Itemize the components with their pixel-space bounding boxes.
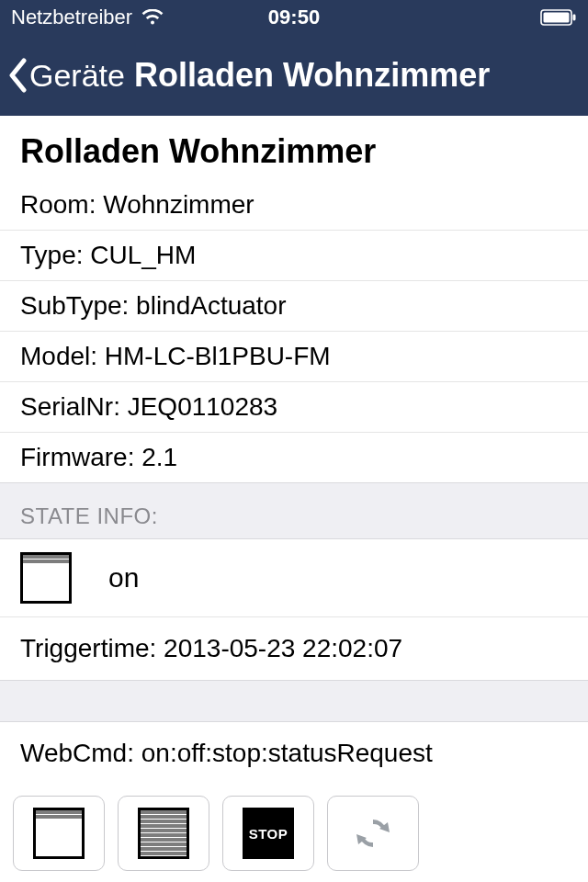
state-value: on [108,562,139,594]
refresh-icon [347,808,399,859]
shutter-open-icon [20,552,72,604]
cmd-stop-button[interactable]: STOP [222,796,314,871]
status-bar: Netzbetreiber 09:50 [0,0,588,35]
battery-icon [540,9,577,26]
content-area: Rolladen Wohnzimmer Room: Wohnzimmer Typ… [0,116,588,871]
state-row: on [0,539,588,617]
attr-firmware: Firmware: 2.1 [0,433,588,482]
back-label: Geräte [29,58,125,94]
attr-type: Type: CUL_HM [0,231,588,281]
attr-serial: SerialNr: JEQ0110283 [0,382,588,433]
shutter-open-icon [33,808,85,859]
attr-room: Room: Wohnzimmer [0,180,588,231]
svg-rect-2 [573,15,576,21]
chevron-left-icon [7,58,28,93]
page-title: Rolladen Wohnzimmer [134,56,490,95]
clock-label: 09:50 [268,6,320,29]
svg-rect-1 [544,13,570,23]
webcmd-buttons: STOP [0,785,588,871]
stop-icon: STOP [243,808,294,859]
state-info-header: STATE INFO: [0,482,588,539]
trigger-time-row: Triggertime: 2013-05-23 22:02:07 [0,617,588,680]
navigation-bar: Geräte Rolladen Wohnzimmer [0,35,588,116]
carrier-label: Netzbetreiber [11,6,132,29]
cmd-status-request-button[interactable] [327,796,419,871]
back-button[interactable]: Geräte [7,58,125,94]
attr-subtype: SubType: blindActuator [0,281,588,332]
device-title: Rolladen Wohnzimmer [0,116,588,180]
cmd-off-button[interactable] [118,796,209,871]
wifi-icon [141,9,164,26]
section-separator [0,680,588,722]
cmd-on-button[interactable] [13,796,105,871]
shutter-closed-icon [138,808,189,859]
webcmd-row: WebCmd: on:off:stop:statusRequest [0,722,588,785]
attr-model: Model: HM-LC-Bl1PBU-FM [0,332,588,382]
